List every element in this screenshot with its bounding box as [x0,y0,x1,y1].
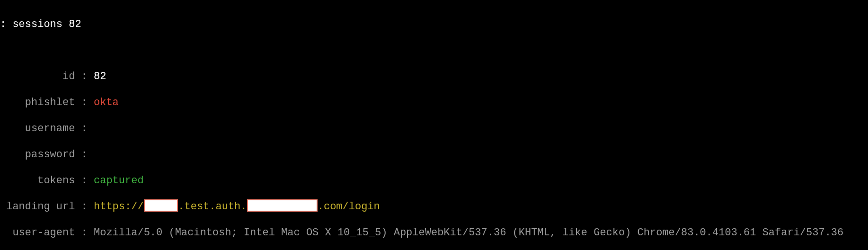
landing-url-mid: .test.auth. [178,201,247,213]
label-landing-url: landing url [6,200,75,214]
prompt-colon: : [0,18,6,30]
command-arg: 82 [69,18,81,30]
landing-url-prefix: https:// [94,201,144,213]
label-user-agent: user-agent [6,226,75,240]
label-phishlet: phishlet [6,96,75,109]
value-id: 82 [94,71,106,82]
redacted-block [247,199,318,212]
value-phishlet: okta [94,97,119,108]
terminal-output: : sessions 82 id : 82 phishlet : okta us… [0,0,868,250]
command-name: sessions [12,18,62,30]
label-id: id [6,70,75,83]
value-landing-url: https://.test.auth..com/login [94,201,380,213]
label-username: username [6,122,75,135]
redacted-block [144,199,178,212]
label-tokens: tokens [6,174,75,188]
value-user-agent: Mozilla/5.0 (Macintosh; Intel Mac OS X 1… [94,227,843,239]
label-password: password [6,148,75,161]
landing-url-suffix: .com/login [318,201,380,213]
value-tokens: captured [94,175,144,187]
